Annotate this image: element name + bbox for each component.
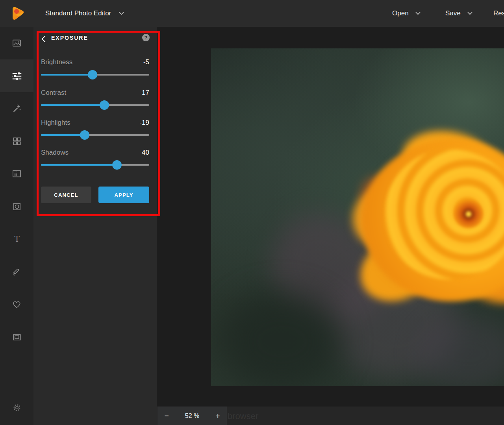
tool-sidebar: T: [0, 27, 33, 425]
photo-canvas[interactable]: [211, 48, 504, 386]
sidebar-item-text[interactable]: T: [0, 223, 33, 255]
bottom-statusbar: − 52 % + browser: [157, 407, 504, 425]
slider-label: Brightness: [41, 58, 72, 66]
slider-value: 17: [142, 89, 149, 97]
text-icon: T: [11, 234, 22, 245]
sidebar-item-favorites[interactable]: [0, 288, 33, 321]
circle-frame-icon: [12, 201, 22, 212]
shadows-slider[interactable]: [41, 160, 149, 170]
background-leaf-blob: [223, 292, 341, 386]
panel-header: EXPOSURE ?: [33, 33, 157, 45]
rose-flower: [356, 133, 504, 306]
workspace: − 52 % + browser: [157, 27, 504, 425]
resize-button-truncated[interactable]: Res: [493, 0, 504, 27]
four-squares-icon: [12, 136, 22, 146]
sidebar-item-overlays[interactable]: [0, 190, 33, 223]
zoom-level: 52 %: [176, 412, 209, 419]
back-chevron-icon[interactable]: [40, 35, 49, 43]
heart-icon: [11, 299, 22, 310]
sidebar-item-layouts[interactable]: [0, 125, 33, 157]
editor-title-menu[interactable]: Standard Photo Editor: [45, 0, 124, 27]
background-watermark-text: browser: [228, 411, 258, 421]
zoom-in-button[interactable]: +: [209, 412, 227, 420]
slider-thumb[interactable]: [112, 160, 122, 170]
chevron-down-icon: [467, 12, 472, 15]
gear-icon: [12, 403, 22, 413]
app-logo[interactable]: [11, 6, 24, 20]
highlights-slider[interactable]: [41, 130, 149, 140]
exposure-panel: EXPOSURE ? Brightness -5 Contrast 17 Hig…: [33, 27, 157, 425]
page-title: Standard Photo Editor: [45, 9, 111, 17]
slider-fill: [41, 164, 117, 166]
sidebar-item-effects[interactable]: [0, 92, 33, 125]
chevron-down-icon: [119, 12, 124, 15]
slider-label: Shadows: [41, 149, 69, 157]
slider-thumb[interactable]: [88, 70, 97, 79]
svg-text:T: T: [14, 235, 20, 244]
brightness-slider[interactable]: [41, 70, 149, 79]
sidebar-item-settings[interactable]: [0, 396, 33, 419]
sliders-icon: [11, 70, 23, 82]
cancel-button[interactable]: CANCEL: [41, 187, 91, 203]
slider-value: 40: [142, 149, 149, 157]
sidebar-item-adjustments[interactable]: [0, 59, 33, 92]
save-menu-button[interactable]: Save: [445, 0, 472, 27]
slider-value: -19: [139, 119, 149, 127]
contrast-slider[interactable]: [41, 100, 149, 110]
pen-icon: [11, 266, 22, 277]
dotted-panel-icon: [11, 168, 22, 179]
magic-wand-icon: [11, 103, 22, 114]
apply-button[interactable]: APPLY: [98, 187, 149, 203]
sidebar-item-photos[interactable]: [0, 27, 33, 59]
slider-fill: [41, 134, 85, 136]
chevron-down-icon: [415, 12, 421, 15]
slider-value: -5: [143, 58, 149, 66]
slider-fill: [41, 74, 93, 76]
nested-frame-icon: [12, 332, 22, 342]
topbar: Standard Photo Editor Open Save Res: [0, 0, 504, 27]
image-icon: [11, 38, 22, 48]
sidebar-item-textures[interactable]: [0, 157, 33, 190]
slider-fill: [41, 104, 104, 106]
photo-editor-app: { "topbar": { "title": "Standard Photo E…: [0, 0, 504, 425]
sidebar-item-frames[interactable]: [0, 321, 33, 353]
slider-thumb[interactable]: [100, 100, 109, 110]
slider-thumb[interactable]: [80, 130, 89, 140]
help-icon[interactable]: ?: [142, 34, 150, 41]
open-menu-button[interactable]: Open: [392, 0, 421, 27]
slider-label: Highlights: [41, 119, 70, 127]
panel-title: EXPOSURE: [51, 35, 88, 41]
zoom-widget: − 52 % +: [158, 407, 227, 425]
slider-label: Contrast: [41, 89, 66, 97]
sidebar-item-draw[interactable]: [0, 255, 33, 288]
zoom-out-button[interactable]: −: [158, 412, 176, 420]
